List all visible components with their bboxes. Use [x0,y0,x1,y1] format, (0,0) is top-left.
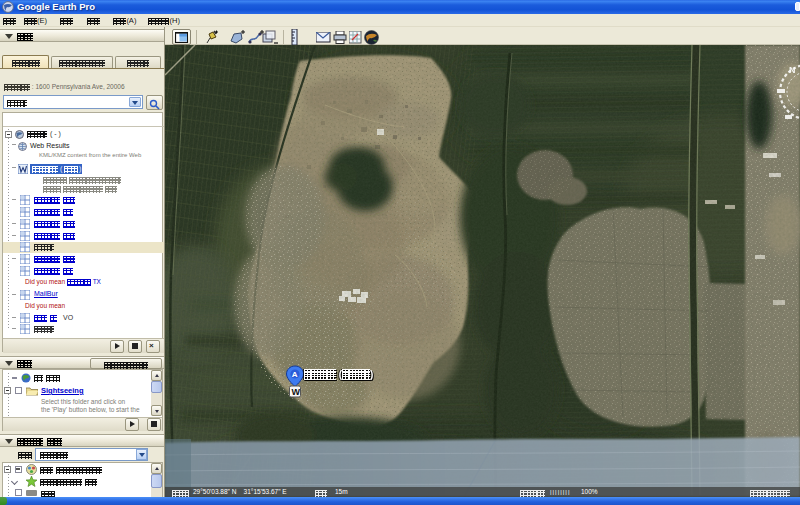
svg-text:A: A [292,370,298,379]
svg-text:N: N [789,65,796,75]
svg-text:W: W [292,387,301,397]
